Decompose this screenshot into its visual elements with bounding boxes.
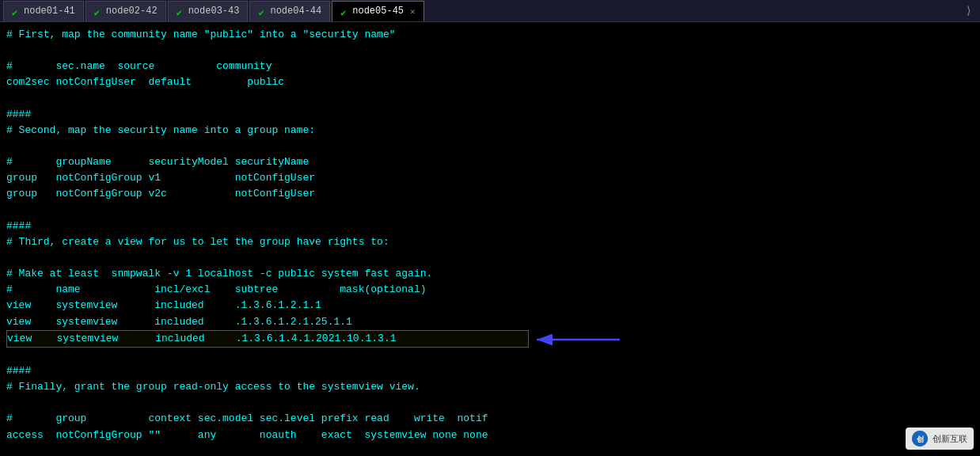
terminal-area: # First, map the community name "public"… (0, 22, 980, 456)
tab-label: node04-44 (270, 6, 321, 17)
tab-node03-43[interactable]: ✔ node03-43 (168, 1, 249, 21)
line-8 (6, 139, 974, 154)
line-17: # name incl/excl subtree mask(optional) (6, 282, 974, 298)
line-9: # groupName securityModel securityName (6, 154, 974, 170)
line-27 (6, 443, 974, 456)
line-7: # Second, map the security name into a g… (6, 123, 974, 139)
highlighted-line-container: view systemview included .1.3.6.1.4.1.20… (6, 330, 974, 348)
line-16: # Make at least snmpwalk -v 1 localhost … (6, 266, 974, 282)
line-24 (6, 395, 974, 411)
arrow-pointer (533, 332, 628, 348)
line-20-highlight: view systemview included .1.3.6.1.4.1.20… (6, 330, 529, 348)
tab-bar: ✔ node01-41 ✔ node02-42 ✔ node03-43 ✔ no… (0, 0, 980, 22)
check-icon: ✔ (340, 7, 348, 15)
line-15 (6, 250, 974, 266)
line-4: com2sec notConfigUser default public (6, 74, 974, 90)
tab-node05-45[interactable]: ✔ node05-45 ✕ (332, 1, 424, 21)
close-tab-button[interactable]: ✕ (410, 6, 416, 17)
tab-label: node01-41 (24, 6, 75, 17)
tab-label: node05-45 (352, 6, 404, 17)
line-22: #### (6, 363, 974, 379)
line-19: view systemview included .1.3.6.1.2.1.25… (6, 314, 974, 330)
line-2 (6, 43, 974, 59)
collapse-panel-button[interactable]: ⟩ (961, 4, 977, 17)
check-icon: ✔ (12, 7, 20, 15)
line-10: group notConfigGroup v1 notConfigUser (6, 170, 974, 186)
watermark-logo: 创 (912, 431, 928, 446)
line-26: access notConfigGroup "" any noauth exac… (6, 428, 974, 443)
line-12 (6, 203, 974, 218)
line-23: # Finally, grant the group read-only acc… (6, 379, 974, 395)
tab-label: node03-43 (188, 6, 240, 17)
line-3: # sec.name source community (6, 59, 974, 74)
line-14: # Third, create a view for us to let the… (6, 234, 974, 250)
tab-node02-42[interactable]: ✔ node02-42 (85, 1, 166, 21)
line-11: group notConfigGroup v2c notConfigUser (6, 186, 974, 202)
watermark: 创 创新互联 (906, 428, 974, 450)
svg-text:创: 创 (916, 435, 924, 443)
tab-label: node02-42 (106, 6, 158, 17)
check-icon: ✔ (177, 7, 184, 15)
line-1: # First, map the community name "public"… (6, 27, 974, 43)
line-5 (6, 91, 974, 107)
line-13: #### (6, 218, 974, 234)
line-25: # group context sec.model sec.level pref… (6, 411, 974, 427)
watermark-text: 创新互联 (933, 433, 967, 445)
tab-node04-44[interactable]: ✔ node04-44 (249, 1, 330, 21)
check-icon: ✔ (258, 7, 266, 15)
line-18: view systemview included .1.3.6.1.2.1.1 (6, 298, 974, 314)
line-21 (6, 348, 974, 363)
check-icon: ✔ (94, 7, 102, 15)
line-6: #### (6, 107, 974, 123)
tab-node01-41[interactable]: ✔ node01-41 (3, 1, 84, 21)
